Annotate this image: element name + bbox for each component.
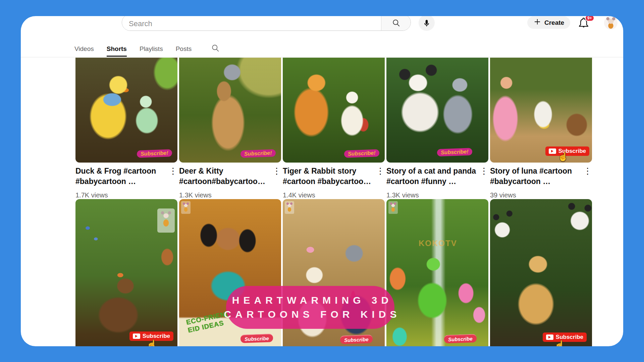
video-menu-button[interactable]: ⋮ [480, 166, 488, 199]
channel-tabs: Videos Shorts Playlists Posts [74, 44, 220, 57]
hand-cursor: ☝ [554, 340, 565, 346]
short-title[interactable]: Deer & Kitty #cartoon#babycartoo… [179, 166, 270, 187]
promo-banner-line2: CARTOONS FOR KIDS [220, 307, 401, 321]
video-menu-button[interactable]: ⋮ [583, 166, 592, 199]
short-views: 1.3K views [386, 191, 478, 199]
plus-icon [533, 18, 541, 27]
short-thumbnail-luna[interactable]: Subscribe ☝ [490, 58, 592, 163]
tab-shorts[interactable]: Shorts [107, 44, 127, 57]
video-menu-button[interactable]: ⋮ [272, 166, 281, 199]
channel-watermark [157, 208, 175, 233]
youtube-play-icon [546, 335, 553, 340]
short-card: Subscribe ☝ [75, 199, 177, 346]
tab-posts[interactable]: Posts [176, 44, 192, 57]
tab-playlists[interactable]: Playlists [140, 44, 163, 57]
subscribe-badge: Subscribe! [137, 149, 172, 158]
channel-watermark [181, 201, 191, 214]
short-views: 1.7K views [75, 191, 167, 199]
video-menu-button[interactable]: ⋮ [376, 166, 385, 199]
short-title[interactable]: Story of a cat and panda #cartoon #funny… [386, 166, 478, 187]
avatar[interactable] [604, 16, 618, 29]
youtube-page-card: Create 9+ Videos Shorts Playlists Posts … [21, 16, 623, 346]
short-card: KOKOTV Subscribe [386, 199, 488, 346]
short-thumbnail-duck-frog[interactable]: Subscribe! [75, 58, 177, 163]
short-title[interactable]: Duck & Frog #cartoon #babycartoon … [75, 166, 167, 187]
subscribe-badge: Subscribe! [344, 149, 379, 158]
mic-button[interactable] [419, 16, 435, 31]
bell-icon [578, 24, 590, 30]
subscribe-badge: Subscribe [444, 334, 477, 343]
short-card: Subscribe ☝ Story of luna #cartoon #baby… [490, 58, 592, 199]
subscribe-badge: Subscribe [240, 334, 273, 343]
create-label: Create [544, 19, 564, 26]
short-thumbnail-deer-kitty[interactable]: Subscribe! [179, 58, 281, 163]
subscribe-badge: Subscribe! [240, 149, 276, 158]
short-title[interactable]: Story of luna #cartoon #babycartoon … [490, 166, 581, 187]
subscribe-badge: Subscribe! [437, 148, 472, 157]
notifications-button[interactable]: 9+ [578, 17, 591, 30]
short-card: Subscribe! Story of a cat and panda #car… [386, 58, 488, 199]
short-thumbnail-puppy-mud[interactable]: Subscribe ☝ [75, 199, 177, 346]
search-icon [392, 18, 400, 28]
tabs-divider [21, 57, 623, 57]
short-views: 1.4K views [283, 191, 374, 199]
channel-search-icon[interactable] [211, 44, 220, 57]
short-views: 1.3K views [179, 191, 270, 199]
video-menu-button[interactable]: ⋮ [169, 166, 177, 199]
short-thumbnail-tiger-rabbit[interactable]: Subscribe! [283, 58, 385, 163]
channel-watermark [285, 201, 294, 214]
tab-videos[interactable]: Videos [74, 44, 94, 57]
search-bar [122, 16, 411, 31]
create-button[interactable]: Create [527, 16, 570, 29]
mic-icon [422, 19, 431, 29]
short-title[interactable]: Tiger & Rabbit story #cartoon #babycarto… [283, 166, 374, 187]
short-thumbnail-dragons[interactable]: KOKOTV Subscribe [386, 199, 488, 346]
subscribe-badge: Subscribe [340, 335, 373, 344]
youtube-play-icon [549, 148, 556, 154]
hand-cursor: ☝ [147, 339, 157, 346]
youtube-play-icon [133, 334, 140, 339]
search-button[interactable] [381, 16, 411, 31]
search-input[interactable] [122, 16, 381, 31]
short-card: Subscribe! Deer & Kitty #cartoon#babycar… [179, 58, 281, 199]
short-card: Subscribe ☝ [490, 199, 592, 346]
notification-badge: 9+ [585, 16, 594, 21]
promo-banner: HEARTWARMING 3D CARTOONS FOR KIDS [226, 286, 394, 329]
short-card: Subscribe! Duck & Frog #cartoon #babycar… [75, 58, 177, 199]
short-thumbnail-cat-panda[interactable]: Subscribe! [386, 58, 488, 163]
hand-cursor: ☝ [558, 152, 569, 162]
short-card: Subscribe! Tiger & Rabbit story #cartoon… [283, 58, 385, 199]
short-views: 39 views [490, 191, 581, 199]
short-thumbnail-puppy-pandas[interactable]: Subscribe ☝ [490, 199, 592, 346]
promo-banner-line1: HEARTWARMING 3D [228, 293, 392, 307]
channel-watermark [388, 201, 398, 214]
kokotv-watermark: KOKOTV [419, 239, 457, 248]
